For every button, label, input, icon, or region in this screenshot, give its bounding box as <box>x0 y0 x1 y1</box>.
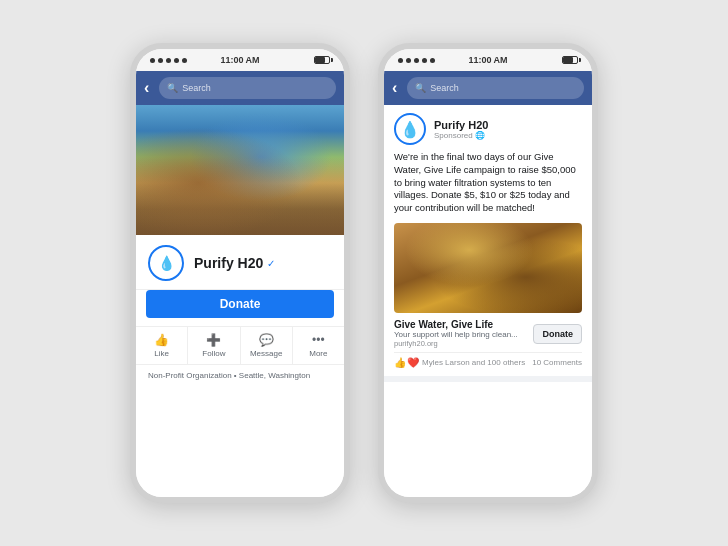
action-message[interactable]: 💬 Message <box>241 327 293 364</box>
follow-icon: ➕ <box>206 333 221 347</box>
verified-badge: ✓ <box>267 258 275 269</box>
battery-1 <box>314 56 330 64</box>
profile-avatar-1: 💧 <box>148 245 184 281</box>
signal-dots-2 <box>398 58 435 63</box>
donate-button-1[interactable]: Donate <box>146 290 334 318</box>
action-more[interactable]: ••• More <box>293 327 344 364</box>
globe-icon: 🌐 <box>475 131 485 140</box>
back-button-2[interactable]: ‹ <box>392 79 397 97</box>
status-bar-1: 11:00 AM <box>136 49 344 71</box>
ad-link-info: Give Water, Give Life Your support will … <box>394 319 533 348</box>
reaction-emojis: 👍 ❤️ <box>394 357 419 368</box>
sponsored-label: Sponsored <box>434 131 473 140</box>
phone1-content: 💧 Purify H20 ✓ Donate 👍 Like ➕ <box>136 105 344 497</box>
like-emoji: 👍 <box>394 357 406 368</box>
more-icon: ••• <box>312 333 325 347</box>
ad-image <box>394 223 582 313</box>
more-label: More <box>309 349 327 358</box>
profile-name-row: Purify H20 ✓ <box>194 255 275 271</box>
profile-name-area: Purify H20 ✓ <box>194 255 275 271</box>
ad-body-text: We're in the final two days of our Give … <box>394 151 582 215</box>
phone-1: 11:00 AM ‹ 🔍 Search 💧 <box>130 43 350 503</box>
heart-emoji: ❤️ <box>407 357 419 368</box>
phone-2: 11:00 AM ‹ 🔍 Search 💧 Purif <box>378 43 598 503</box>
search-bar-1[interactable]: 🔍 Search <box>159 77 336 99</box>
ad-page-name[interactable]: Purify H20 <box>434 119 488 131</box>
status-time-2: 11:00 AM <box>468 55 507 65</box>
ad-page-info: Purify H20 Sponsored 🌐 <box>434 119 488 140</box>
status-time-1: 11:00 AM <box>220 55 259 65</box>
phone2-content: 💧 Purify H20 Sponsored 🌐 We're in the fi… <box>384 105 592 497</box>
comments-count: 10 Comments <box>532 358 582 367</box>
water-drop-icon: 💧 <box>158 255 175 271</box>
action-bar-1: 👍 Like ➕ Follow 💬 Message ••• More <box>136 326 344 364</box>
action-follow[interactable]: ➕ Follow <box>188 327 240 364</box>
profile-info-row: 💧 Purify H20 ✓ <box>136 235 344 290</box>
ad-link-desc: Your support will help bring clean... <box>394 330 533 339</box>
fb-nav-2: ‹ 🔍 Search <box>384 71 592 105</box>
battery-2 <box>562 56 578 64</box>
search-bar-2[interactable]: 🔍 Search <box>407 77 584 99</box>
profile-meta: Non-Profit Organization • Seattle, Washi… <box>136 364 344 386</box>
ad-donate-button[interactable]: Donate <box>533 324 582 344</box>
like-icon: 👍 <box>154 333 169 347</box>
message-label: Message <box>250 349 282 358</box>
reactions-left: 👍 ❤️ Myles Larson and 100 others <box>394 357 525 368</box>
fb-nav-1: ‹ 🔍 Search <box>136 71 344 105</box>
ad-reactions-row: 👍 ❤️ Myles Larson and 100 others 10 Comm… <box>394 352 582 370</box>
search-placeholder-2: Search <box>430 83 459 93</box>
follow-label: Follow <box>202 349 225 358</box>
message-icon: 💬 <box>259 333 274 347</box>
ad-card: 💧 Purify H20 Sponsored 🌐 We're in the fi… <box>384 105 592 382</box>
search-icon-1: 🔍 <box>167 83 178 93</box>
search-icon-2: 🔍 <box>415 83 426 93</box>
ad-header: 💧 Purify H20 Sponsored 🌐 <box>394 113 582 145</box>
action-like[interactable]: 👍 Like <box>136 327 188 364</box>
ad-sponsored-row: Sponsored 🌐 <box>434 131 488 140</box>
ad-water-drop-icon: 💧 <box>400 120 420 139</box>
signal-dots-1 <box>150 58 187 63</box>
profile-name: Purify H20 <box>194 255 263 271</box>
ad-link-url: purifyh20.org <box>394 339 533 348</box>
search-placeholder-1: Search <box>182 83 211 93</box>
reactions-count: Myles Larson and 100 others <box>422 358 525 367</box>
ad-avatar: 💧 <box>394 113 426 145</box>
ad-bottom-row: Give Water, Give Life Your support will … <box>394 319 582 348</box>
like-label: Like <box>154 349 169 358</box>
status-bar-2: 11:00 AM <box>384 49 592 71</box>
back-button-1[interactable]: ‹ <box>144 79 149 97</box>
ad-link-title: Give Water, Give Life <box>394 319 533 330</box>
cover-photo-1 <box>136 105 344 235</box>
